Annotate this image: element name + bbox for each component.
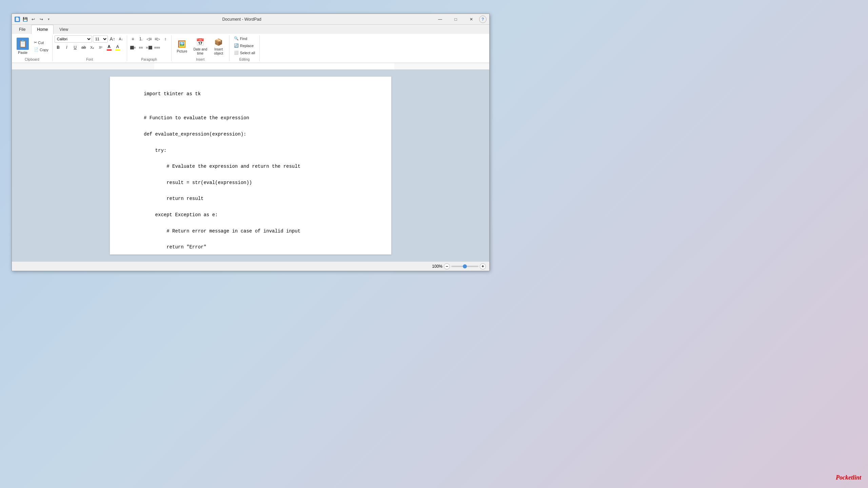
help-button[interactable]: ? xyxy=(479,16,487,23)
insert-group: 🖼️ Picture 📅 Date andtime 📦 Insertobject… xyxy=(172,35,230,61)
font-color-swatch xyxy=(107,49,112,50)
select-all-label: Select all xyxy=(240,51,255,55)
zoom-slider[interactable] xyxy=(451,266,478,267)
code-editor-content[interactable]: import tkinter as tk # Function to evalu… xyxy=(144,90,357,261)
document-page: import tkinter as tk # Function to evalu… xyxy=(110,77,391,255)
font-family-select[interactable]: Calibri Arial Times New Roman xyxy=(55,35,92,43)
highlight-icon: A xyxy=(116,44,119,49)
highlight-swatch xyxy=(115,49,120,50)
font-size-select[interactable]: 8 10 11 12 14 16 xyxy=(93,35,108,43)
replace-label: Replace xyxy=(240,44,254,48)
paste-icon: 📋 xyxy=(17,38,29,50)
paragraph-group: ≡ 1. ◁≡ ≡▷ ↕ ⬛≡ ≡≡ ≡⬛ ≡≡≡ Paragraph xyxy=(127,35,172,61)
find-label: Find xyxy=(240,37,247,41)
undo-button[interactable]: ↩ xyxy=(29,16,37,23)
numbering-button[interactable]: 1. xyxy=(137,35,145,43)
align-left-button[interactable]: ⬛≡ xyxy=(129,44,137,51)
cut-copy-column: ✂ Cut 📄 Copy xyxy=(32,35,50,57)
paste-label: Paste xyxy=(18,50,27,55)
find-icon: 🔍 xyxy=(234,36,239,41)
font-row1: Calibri Arial Times New Roman 8 10 11 12… xyxy=(55,35,125,43)
underline-button[interactable]: U xyxy=(72,44,79,51)
datetime-icon: 📅 xyxy=(195,37,206,47)
minimize-button[interactable]: — xyxy=(432,14,448,25)
indent-decrease-button[interactable]: ◁≡ xyxy=(145,35,153,43)
editing-label: Editing xyxy=(239,58,250,61)
ruler xyxy=(12,63,489,70)
insert-object-button[interactable]: 📦 Insertobject xyxy=(210,35,227,57)
save-button[interactable]: 💾 xyxy=(21,16,29,23)
para-row1: ≡ 1. ◁≡ ≡▷ ↕ xyxy=(129,35,169,43)
font-color-icon: A xyxy=(107,44,111,49)
decrease-font-size-button[interactable]: A↓ xyxy=(117,35,125,43)
maximize-button[interactable]: □ xyxy=(448,14,463,25)
zoom-thumb[interactable] xyxy=(463,264,467,268)
font-group: Calibri Arial Times New Roman 8 10 11 12… xyxy=(53,35,127,61)
select-all-icon: ⬜ xyxy=(234,50,239,55)
picture-label: Picture xyxy=(177,49,187,54)
redo-button[interactable]: ↪ xyxy=(38,16,45,23)
tab-home[interactable]: Home xyxy=(31,25,54,34)
zoom-control: 100% − + xyxy=(432,263,486,269)
ruler-content xyxy=(154,63,394,69)
editing-group-content: 🔍 Find 🔄 Replace ⬜ Select all xyxy=(232,35,258,57)
insert-group-content: 🖼️ Picture 📅 Date andtime 📦 Insertobject xyxy=(174,35,227,57)
strikethrough-button[interactable]: ab xyxy=(80,44,87,51)
bold-button[interactable]: B xyxy=(55,44,62,51)
tab-view[interactable]: View xyxy=(54,25,74,34)
zoom-out-button[interactable]: − xyxy=(444,263,450,269)
quick-access-toolbar: 💾 ↩ ↪ ▾ xyxy=(21,16,51,23)
picture-button[interactable]: 🖼️ Picture xyxy=(174,37,191,55)
align-center-button[interactable]: ≡≡ xyxy=(137,44,145,51)
app-icon: 📄 xyxy=(15,17,20,22)
editing-group: 🔍 Find 🔄 Replace ⬜ Select all Editing xyxy=(230,35,260,61)
tab-file[interactable]: File xyxy=(13,25,31,34)
watermark-lint: lint xyxy=(853,474,861,481)
text-highlight-button[interactable]: A xyxy=(114,44,121,51)
align-justify-button[interactable]: ≡≡≡ xyxy=(154,44,161,51)
paragraph-group-content: ≡ 1. ◁≡ ≡▷ ↕ ⬛≡ ≡≡ ≡⬛ ≡≡≡ xyxy=(129,35,169,57)
window-controls: — □ ✕ xyxy=(432,14,479,25)
cut-label: Cut xyxy=(38,41,44,45)
replace-icon: 🔄 xyxy=(234,43,239,48)
line-spacing-button[interactable]: ↕ xyxy=(162,35,169,43)
insert-object-label: Insertobject xyxy=(214,47,223,56)
document-area[interactable]: import tkinter as tk # Function to evalu… xyxy=(12,70,489,261)
find-button[interactable]: 🔍 Find xyxy=(232,35,250,42)
select-all-button[interactable]: ⬜ Select all xyxy=(232,49,258,56)
ribbon: 📋 Paste ✂ Cut 📄 Copy Clipboard xyxy=(12,34,489,63)
copy-icon: 📄 xyxy=(34,47,39,52)
insert-object-icon: 📦 xyxy=(213,37,224,47)
insert-label: Insert xyxy=(196,58,204,61)
subscript-button[interactable]: X₂ xyxy=(88,44,96,51)
font-color-button[interactable]: A xyxy=(105,44,113,51)
zoom-in-button[interactable]: + xyxy=(480,263,486,269)
watermark-text: ocket xyxy=(840,474,853,481)
align-right-button[interactable]: ≡⬛ xyxy=(145,44,153,51)
cut-button[interactable]: ✂ Cut xyxy=(32,39,50,46)
wordpad-window: 📄 💾 ↩ ↪ ▾ Document - WordPad — □ ✕ ? Fil… xyxy=(12,14,490,271)
watermark-pocket: P xyxy=(836,474,840,481)
paste-button[interactable]: 📋 Paste xyxy=(14,35,32,57)
quick-access-dropdown[interactable]: ▾ xyxy=(46,17,51,22)
window-title: Document - WordPad xyxy=(51,17,432,22)
zoom-level: 100% xyxy=(432,264,442,269)
close-button[interactable]: ✕ xyxy=(463,14,479,25)
title-bar-left: 📄 💾 ↩ ↪ ▾ xyxy=(15,16,51,23)
font-group-content: Calibri Arial Times New Roman 8 10 11 12… xyxy=(55,35,125,57)
clipboard-label: Clipboard xyxy=(25,58,39,61)
replace-button[interactable]: 🔄 Replace xyxy=(232,42,256,49)
title-bar: 📄 💾 ↩ ↪ ▾ Document - WordPad — □ ✕ ? xyxy=(12,14,489,25)
cut-icon: ✂ xyxy=(34,40,37,45)
datetime-button[interactable]: 📅 Date andtime xyxy=(192,35,209,57)
copy-button[interactable]: 📄 Copy xyxy=(32,46,50,53)
ribbon-tabs: File Home View xyxy=(12,25,489,34)
font-label: Font xyxy=(86,58,93,61)
bullets-button[interactable]: ≡ xyxy=(129,35,137,43)
watermark: Pocketlint xyxy=(836,474,861,481)
superscript-button[interactable]: X² xyxy=(97,44,104,51)
para-row2: ⬛≡ ≡≡ ≡⬛ ≡≡≡ xyxy=(129,44,161,51)
indent-increase-button[interactable]: ≡▷ xyxy=(154,35,161,43)
increase-font-size-button[interactable]: A↑ xyxy=(109,35,116,43)
italic-button[interactable]: I xyxy=(63,44,71,51)
